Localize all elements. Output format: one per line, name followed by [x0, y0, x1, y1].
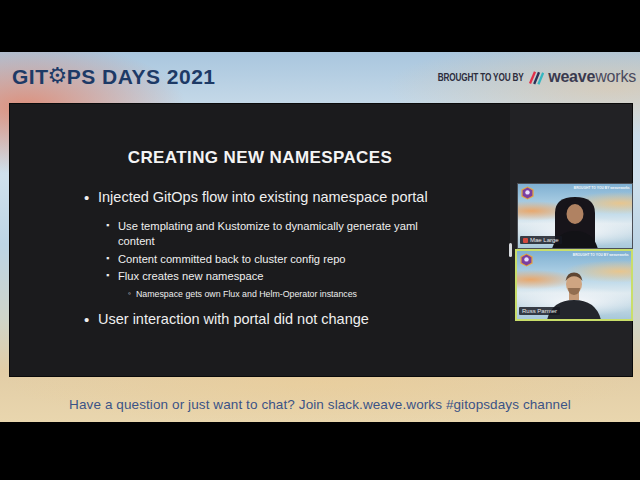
- video-frame[interactable]: GIT⚙PS DAYS 2021 BROUGHT TO YOU BY weave…: [0, 52, 640, 422]
- slide-title: CREATING NEW NAMESPACES: [10, 148, 510, 168]
- participant-2-name: Russ Parmer: [522, 308, 557, 314]
- sponsor-lockup: BROUGHT TO YOU BY weaveworks: [419, 68, 636, 86]
- gitops-days-logo: GIT⚙PS DAYS 2021: [12, 63, 216, 91]
- logo-text-prefix: GIT: [12, 65, 49, 89]
- panel-drag-handle: [509, 243, 512, 257]
- bullet-item: Use templating and Kustomize to dynamica…: [10, 219, 442, 249]
- muted-mic-icon: [523, 238, 528, 243]
- participant-1-nametag: Mae Large: [520, 236, 562, 244]
- bullet-item: User interaction with portal did not cha…: [10, 310, 442, 329]
- thumb-sponsor-text: BROUGHT TO YOU BY weaveworks: [574, 186, 630, 189]
- weaveworks-wordmark: weaveworks: [548, 68, 636, 86]
- gitops-days-badge-icon: [521, 186, 534, 200]
- weaveworks-logo-icon: [527, 70, 544, 85]
- sponsor-label: BROUGHT TO YOU BY: [437, 72, 523, 83]
- gitops-days-badge-icon: [520, 253, 533, 267]
- bullet-item: Injected GitOps flow into existing names…: [10, 188, 442, 207]
- participant-video-2: BROUGHT TO YOU BY weaveworks Russ Parmer: [515, 249, 633, 321]
- participant-video-1: BROUGHT TO YOU BY weaveworks Mae Large: [517, 183, 633, 249]
- bullet-item: Namespace gets own Flux and Helm-Operato…: [10, 289, 442, 300]
- participant-1-name: Mae Large: [530, 237, 559, 243]
- logo-text-suffix: PS DAYS 2021: [67, 65, 216, 89]
- bullet-item: Content committed back to cluster config…: [10, 252, 442, 267]
- slack-banner-text: Have a question or just want to chat? Jo…: [0, 397, 640, 412]
- bullet-item: Flux creates new namespace: [10, 269, 442, 284]
- brand-weave: weave: [548, 68, 595, 85]
- slide-bullets: Injected GitOps flow into existing names…: [10, 188, 442, 341]
- video-letterbox: { "header": { "logo_prefix": "GIT", "gea…: [0, 0, 640, 480]
- brand-works: works: [595, 68, 636, 85]
- gear-icon: ⚙: [48, 65, 68, 87]
- participant-2-nametag: Russ Parmer: [519, 307, 560, 315]
- thumb-sponsor-text: BROUGHT TO YOU BY weaveworks: [573, 253, 629, 256]
